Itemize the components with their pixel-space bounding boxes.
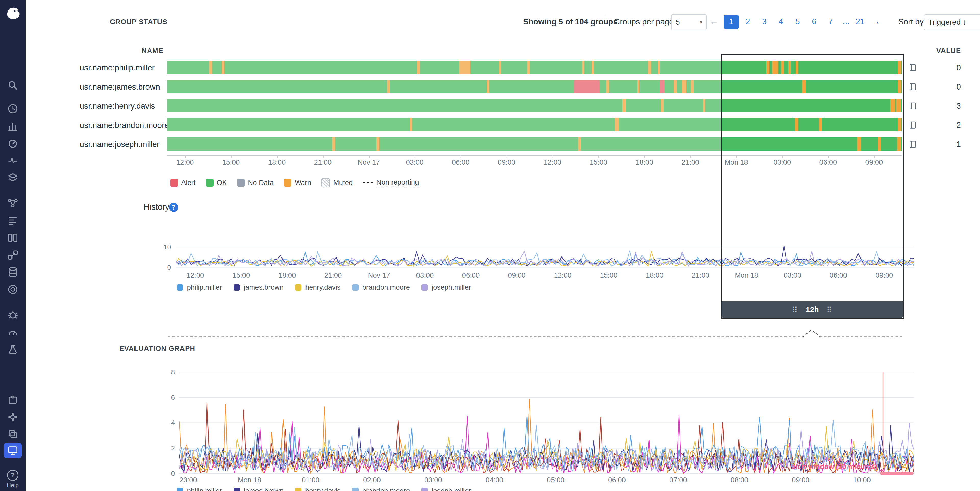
evaluation-chart[interactable] (180, 372, 914, 474)
pulse-icon (7, 155, 18, 166)
legend-item-warn: Warn (284, 179, 311, 187)
pagination: 1234567...21→ (724, 15, 883, 29)
drag-dots-icon: ⠿ (827, 305, 832, 314)
group-name[interactable]: usr.name:philip.miller (80, 63, 155, 73)
history-legend-joseph.miller[interactable]: joseph.miller (422, 283, 471, 291)
history-legend-philip.miller[interactable]: philip.miller (177, 283, 222, 291)
legend-label: Warn (295, 179, 311, 187)
axis-tickmark (415, 155, 415, 158)
sidebar-item-integrations-puzzle[interactable] (0, 391, 25, 408)
sidebar-item-log-stream[interactable] (0, 212, 25, 229)
status-segment-warn (221, 61, 224, 74)
sidebar-item-sparkle[interactable] (0, 408, 25, 426)
sort-select[interactable]: Triggered ↓ ▾ (924, 14, 980, 30)
page-button-5[interactable]: 5 (790, 15, 805, 29)
history-legend-brandon.moore[interactable]: brandon.moore (352, 283, 410, 291)
evaluation-legend-joseph.miller[interactable]: joseph.miller (422, 487, 471, 491)
sidebar-item-gauge[interactable] (0, 135, 25, 152)
pagination-ellipsis: ... (840, 17, 853, 26)
evaluation-legend-henry.davis[interactable]: henry.davis (295, 487, 341, 491)
evaluation-y-tick: 8 (163, 368, 175, 376)
group-logs-button[interactable] (908, 120, 918, 129)
group-logs-button[interactable] (908, 101, 918, 110)
page-button-21[interactable]: 21 (853, 15, 868, 29)
brush-drag-handle[interactable]: ⠿ 12h ⠿ (722, 301, 903, 318)
page-button-1[interactable]: 1 (724, 15, 739, 29)
group-value: 0 (923, 63, 961, 73)
group-value: 0 (923, 83, 961, 92)
evaluation-time-tick: 07:00 (670, 476, 687, 484)
book-icon (908, 140, 917, 149)
group-name[interactable]: usr.name:joseph.miller (80, 140, 160, 149)
evaluation-y-tick: 2 (163, 444, 175, 452)
integrations-puzzle-icon (7, 394, 18, 405)
evaluation-time-tick: Mon 18 (238, 476, 261, 484)
evaluation-time-tick: 06:00 (608, 476, 626, 484)
non-reporting-dash-icon (363, 182, 373, 183)
history-legend-james.brown[interactable]: james.brown (234, 283, 283, 291)
help-circle-icon[interactable]: ? (169, 203, 178, 212)
sidebar-item-link[interactable] (0, 246, 25, 264)
status-time-tick: 03:00 (406, 158, 424, 166)
sidebar-item-metrics-chart[interactable] (0, 118, 25, 135)
group-logs-button[interactable] (908, 139, 918, 148)
legend-label: Non reporting (376, 178, 419, 188)
history-legend-henry.davis[interactable]: henry.davis (295, 283, 341, 291)
log-stream-icon (7, 215, 18, 226)
sidebar-nav (0, 25, 25, 458)
evaluation-legend-philip.miller[interactable]: philip.miller (177, 487, 222, 491)
sidebar-item-database[interactable] (0, 264, 25, 281)
status-time-tick: 12:00 (177, 158, 194, 166)
sidebar-item-split-view[interactable] (0, 229, 25, 246)
gauge-icon (7, 138, 18, 149)
prev-page-button[interactable]: ← (707, 16, 721, 26)
group-name[interactable]: usr.name:james.brown (80, 83, 160, 92)
sidebar-item-service-map[interactable] (0, 195, 25, 212)
group-name[interactable]: usr.name:henry.davis (80, 102, 155, 111)
evaluation-time-tick: 04:00 (486, 476, 503, 484)
sidebar-item-monitors-screen[interactable] (4, 443, 22, 458)
series-label: joseph.miller (431, 283, 471, 291)
sidebar-item-pulse[interactable] (0, 152, 25, 169)
muted-swatch-icon (321, 178, 330, 187)
groups-per-page-select[interactable]: 5 ▾ (671, 14, 707, 30)
series-swatch-icon (177, 488, 183, 491)
help-button[interactable]: ? Help (0, 470, 25, 489)
help-icon: ? (7, 470, 18, 481)
group-logs-button[interactable] (908, 62, 918, 72)
sidebar-item-bug[interactable] (0, 306, 25, 324)
sidebar-item-history-clock[interactable] (0, 100, 25, 118)
group-name[interactable]: usr.name:brandon.moore (80, 121, 169, 130)
history-time-tick: 21:00 (692, 271, 710, 280)
sidebar-item-search[interactable] (0, 76, 25, 94)
groups-per-page-label: Groups per page: (614, 17, 676, 27)
name-column-header: NAME (142, 47, 163, 55)
sidebar-item-speedometer[interactable] (0, 324, 25, 341)
synthetics-target-icon (7, 284, 18, 295)
page-button-4[interactable]: 4 (773, 15, 789, 29)
sidebar-item-copy-windows[interactable] (0, 426, 25, 443)
next-page-button[interactable]: → (869, 17, 883, 27)
evaluation-legend-james.brown[interactable]: james.brown (234, 487, 283, 491)
metrics-chart-icon (7, 121, 18, 132)
page-button-7[interactable]: 7 (823, 15, 838, 29)
legend-item-non_reporting: Non reporting (363, 178, 419, 188)
page-button-2[interactable]: 2 (740, 15, 756, 29)
sidebar-item-flask[interactable] (0, 341, 25, 358)
series-swatch-icon (177, 284, 183, 291)
page-button-6[interactable]: 6 (807, 15, 822, 29)
datadog-logo[interactable] (0, 0, 25, 25)
timeframe-brush[interactable]: ⠿ 12h ⠿ (721, 54, 904, 319)
sidebar-item-synthetics-target[interactable] (0, 281, 25, 298)
evaluation-legend: philip.millerjames.brownhenry.davisbrand… (177, 487, 471, 491)
sidebar-item-infrastructure-layers[interactable] (0, 169, 25, 186)
series-label: philip.miller (187, 283, 222, 291)
book-icon (908, 121, 917, 129)
datadog-logo-icon (5, 5, 21, 21)
page-button-3[interactable]: 3 (757, 15, 772, 29)
evaluation-legend-brandon.moore[interactable]: brandon.moore (352, 487, 410, 491)
search-icon (7, 80, 18, 91)
group-logs-button[interactable] (908, 82, 918, 91)
sidebar: ? Help (0, 0, 25, 491)
series-label: philip.miller (187, 487, 222, 491)
